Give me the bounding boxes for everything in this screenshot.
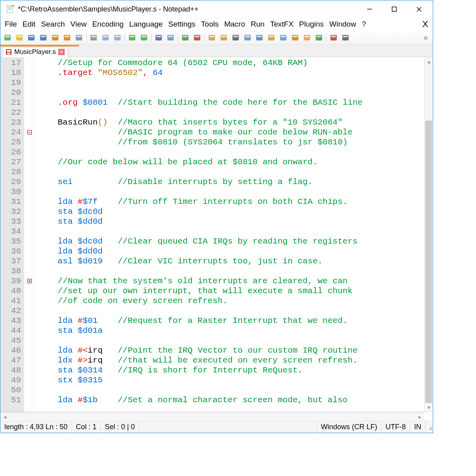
lang-icon[interactable] [266,32,277,43]
code-line[interactable]: sta $dd0d [38,217,430,226]
save-all-icon[interactable] [38,32,49,43]
menu-window[interactable]: Window [326,19,359,29]
menu-plugins[interactable]: Plugins [296,19,326,29]
fold-toggle-icon[interactable] [27,279,32,283]
vertical-scrollbar[interactable]: ▴ ▾ [424,57,433,412]
code-line[interactable]: //Now that the system's old interrupts a… [38,276,430,286]
code-line[interactable]: lda $dd0d [38,246,430,256]
code-line[interactable]: stx $0315 [38,375,430,385]
code-line[interactable]: lda $dc0d //Clear queued CIA IRQs by rea… [38,236,430,246]
zoom-out-icon[interactable] [192,32,203,43]
tab-close-icon[interactable]: ✕ [58,49,65,55]
replace-icon[interactable] [165,32,176,43]
scroll-down-icon[interactable]: ▾ [424,403,433,412]
menu-language[interactable]: Language [127,19,166,29]
zoom-in-icon[interactable] [180,32,191,43]
horizontal-scrollbar[interactable]: ◂▸ [0,412,433,421]
show-all-icon[interactable] [242,32,253,43]
line-number-gutter: 1718192021222324252627282930313233343536… [0,57,24,412]
save-icon[interactable] [26,32,37,43]
resize-grip[interactable]: ◢ [426,424,433,431]
svg-rect-54 [305,36,309,37]
code-line[interactable]: lda #$7f //Turn off Timer interrupts on … [38,197,430,207]
find-icon[interactable] [153,32,164,43]
cut-icon[interactable] [88,32,99,43]
menu-macro[interactable]: Macro [221,19,248,29]
code-line[interactable]: .target "MOS6502", 64 [38,68,430,78]
undo-icon[interactable] [127,32,138,43]
code-line[interactable] [38,266,430,276]
scroll-up-icon[interactable]: ▴ [424,57,433,66]
close-button[interactable] [407,2,431,16]
menu-edit[interactable]: Edit [20,19,38,29]
code-line[interactable] [38,385,430,395]
code-line[interactable] [38,306,430,316]
code-line[interactable]: lda #$01 //Request for a Raster Interrup… [38,316,430,326]
code-line[interactable]: sta $dc0d [38,207,430,217]
sync-v-icon[interactable] [206,32,217,43]
paste-icon[interactable] [112,32,123,43]
menu-encoding[interactable]: Encoding [89,19,126,29]
svg-rect-58 [331,36,336,37]
code-line[interactable]: ldx #>irq //that will be executed on eve… [38,355,430,365]
code-line[interactable] [38,187,430,197]
indent-guides-icon[interactable] [254,32,265,43]
toolbar-overflow[interactable]: » [420,33,431,42]
code-line[interactable]: //Setup for Commodore 64 (6502 CPU mode,… [38,58,430,68]
menu-help[interactable]: ? [359,19,369,29]
code-line[interactable] [38,88,430,98]
scroll-left-icon[interactable]: ◂ [0,413,9,421]
stop-icon[interactable] [340,32,351,43]
code-line[interactable] [38,167,430,177]
monitor-icon[interactable] [313,32,324,43]
menu-search[interactable]: Search [38,19,67,29]
code-line[interactable] [38,78,430,88]
func-list-icon[interactable] [290,32,301,43]
code-line[interactable]: .org $0801 //Start building the code her… [38,98,430,107]
scroll-right-icon[interactable]: ▸ [415,413,424,421]
code-line[interactable]: //set up our own interrupt, that will ex… [38,286,430,296]
print-icon[interactable] [73,32,84,43]
code-line[interactable]: //BASIC program to make our code below R… [38,127,430,137]
code-line[interactable] [38,336,430,345]
sync-h-icon[interactable] [218,32,229,43]
close-all-icon[interactable] [61,32,73,43]
doc-map-icon[interactable] [278,32,289,43]
minimize-button[interactable] [357,2,382,16]
menu-settings[interactable]: Settings [165,19,198,29]
wrap-icon[interactable] [230,32,241,43]
code-line[interactable]: lda #$1b //Set a normal character screen… [38,395,430,405]
scroll-thumb[interactable] [425,121,432,406]
code-line[interactable]: //of code on every screen refresh. [38,296,430,306]
open-icon[interactable] [14,32,25,43]
menu-tools[interactable]: Tools [198,19,221,29]
fold-toggle-icon[interactable] [27,130,32,134]
folder-open-icon[interactable] [301,32,313,43]
code-line[interactable]: sta $0314 //IRQ is short for Interrupt R… [38,365,430,375]
redo-icon[interactable] [138,32,150,43]
separator [86,33,86,42]
code-line[interactable]: sta $d01a [38,326,430,336]
new-icon[interactable] [2,32,13,43]
maximize-button[interactable] [382,2,407,16]
code-area[interactable]: //Setup for Commodore 64 (6502 CPU mode,… [35,57,433,412]
code-line[interactable]: lda #<irq //Point the IRQ Vector to our … [38,345,430,355]
code-line[interactable]: //Our code below will be placed at $0810… [38,157,430,167]
separator [151,33,152,42]
record-icon[interactable] [328,32,339,43]
code-line[interactable] [38,107,430,117]
code-line[interactable] [38,147,430,157]
tab-musicplayer[interactable]: MusicPlayer.s ✕ [2,47,68,57]
copy-icon[interactable] [100,32,111,43]
menu-file[interactable]: File [2,19,20,29]
code-line[interactable]: BasicRun() //Macro that inserts bytes fo… [38,117,430,127]
close-icon[interactable] [50,32,61,43]
code-line[interactable]: asl $d019 //Clear VIC interrupts too, ju… [38,256,430,266]
code-line[interactable] [38,226,430,236]
menu-view[interactable]: View [68,19,90,29]
menu-textfx[interactable]: TextFX [267,19,296,29]
code-line[interactable]: //from $0810 (SYS2064 translates to jsr … [38,137,430,147]
menu-overflow[interactable]: X [419,18,431,30]
code-line[interactable]: sei //Disable interrupts by setting a fl… [38,177,430,187]
menu-run[interactable]: Run [248,19,267,29]
